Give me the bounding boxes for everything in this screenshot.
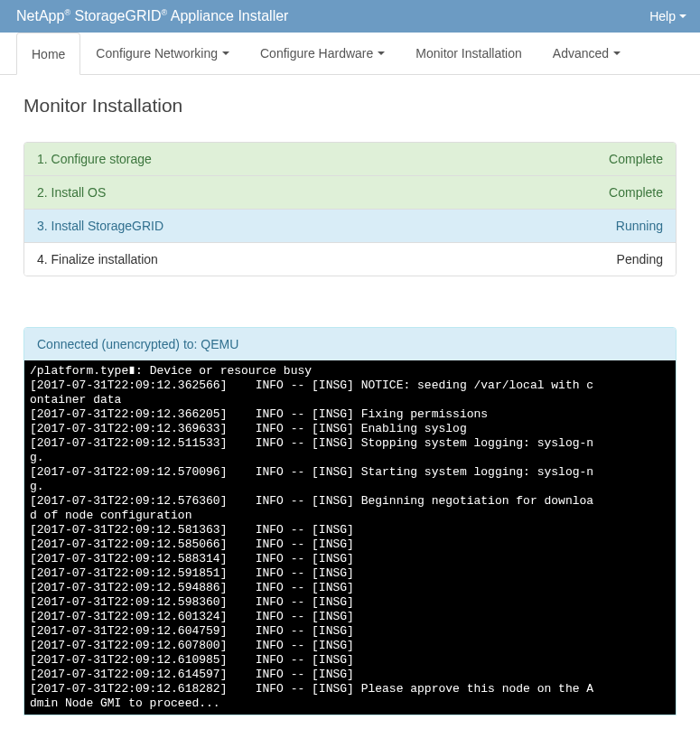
nav-tab-configure-networking[interactable]: Configure Networking: [80, 33, 245, 74]
help-menu[interactable]: Help: [649, 9, 686, 23]
step-label: 4. Finalize installation: [37, 252, 158, 266]
nav-tab-configure-hardware[interactable]: Configure Hardware: [245, 33, 400, 74]
nav-tab-label: Home: [32, 47, 65, 61]
step-status: Pending: [617, 252, 663, 266]
top-bar: NetApp® StorageGRID® Appliance Installer…: [0, 0, 700, 33]
install-steps: 1. Configure storageComplete2. Install O…: [23, 142, 677, 276]
step-row-configure-storage[interactable]: 1. Configure storageComplete: [24, 143, 676, 176]
console-output: /platform.type∎: Device or resource busy…: [24, 360, 676, 715]
nav-tab-label: Configure Networking: [96, 46, 218, 61]
console-panel: Connected (unencrypted) to: QEMU /platfo…: [23, 327, 677, 715]
step-status: Complete: [609, 152, 663, 166]
nav-tab-advanced[interactable]: Advanced: [537, 33, 636, 74]
step-status: Complete: [609, 185, 663, 200]
nav-tab-home[interactable]: Home: [16, 33, 80, 75]
nav-tab-monitor-installation[interactable]: Monitor Installation: [400, 33, 537, 74]
chevron-down-icon: [679, 14, 686, 18]
step-row-install-os[interactable]: 2. Install OSComplete: [24, 176, 676, 210]
chevron-down-icon: [222, 51, 229, 55]
console-header: Connected (unencrypted) to: QEMU: [24, 328, 676, 360]
step-row-install-storagegrid[interactable]: 3. Install StorageGRIDRunning: [24, 210, 676, 243]
nav-tab-label: Monitor Installation: [415, 46, 522, 61]
brand-title: NetApp® StorageGRID® Appliance Installer: [16, 8, 288, 24]
nav-tab-label: Configure Hardware: [260, 46, 373, 61]
step-row-finalize-installation: 4. Finalize installationPending: [24, 243, 676, 276]
help-label: Help: [649, 9, 676, 23]
page-title: Monitor Installation: [23, 95, 677, 117]
main-content: Monitor Installation 1. Configure storag…: [0, 75, 700, 729]
chevron-down-icon: [613, 51, 621, 55]
step-label: 2. Install OS: [37, 185, 106, 200]
chevron-down-icon: [378, 51, 385, 55]
step-status: Running: [616, 219, 663, 233]
nav-bar: HomeConfigure NetworkingConfigure Hardwa…: [0, 33, 700, 75]
nav-tab-label: Advanced: [553, 46, 609, 61]
step-label: 3. Install StorageGRID: [37, 219, 163, 233]
step-label: 1. Configure storage: [37, 152, 152, 166]
